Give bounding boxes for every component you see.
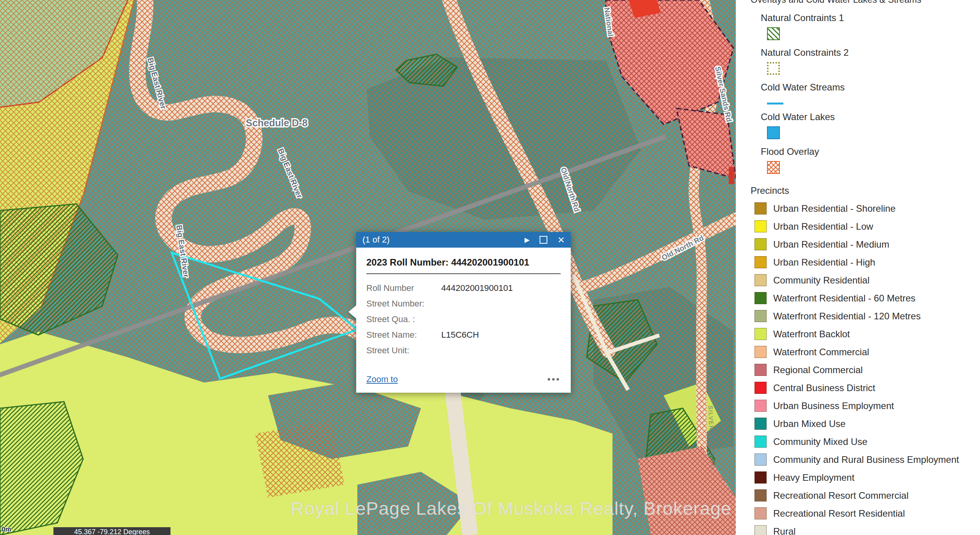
dotted-outline-swatch-icon: [767, 62, 780, 75]
color-swatch-icon: [755, 489, 767, 501]
coordinate-display: 45.367 -79.212 Degrees: [53, 527, 170, 535]
legend-label: Urban Business Employment: [773, 400, 894, 412]
legend-label: Community and Rural Business Employment: [773, 454, 959, 466]
color-swatch-icon: [755, 418, 767, 430]
legend-label: Heavy Employment: [773, 472, 854, 484]
legend-label: Waterfront Residential - 60 Metres: [773, 292, 916, 304]
legend-precinct-item: Waterfront Residential - 120 Metres: [751, 310, 980, 322]
color-swatch-icon: [755, 328, 767, 340]
legend-label: Community Mixed Use: [773, 436, 867, 448]
legend-precinct-item: Urban Residential - Medium: [751, 238, 980, 250]
legend-content: Overlays and Cold Water Lakes & Streams …: [736, 0, 980, 535]
legend-precinct-item: Urban Residential - Shoreline: [751, 202, 980, 214]
color-swatch-icon: [755, 346, 767, 358]
maximize-button[interactable]: [540, 236, 547, 244]
legend-label: Natural Constraints 2: [761, 47, 980, 58]
maximize-icon: [540, 236, 547, 244]
zoom-to-link[interactable]: Zoom to: [366, 374, 398, 384]
color-swatch-icon: [755, 471, 767, 484]
legend-label: Urban Mixed Use: [773, 418, 845, 430]
popup-fields: Roll Number 444202001900101 Street Numbe…: [366, 280, 561, 358]
legend-label: Natural Contraints 1: [761, 12, 980, 24]
more-options-button[interactable]: •••: [547, 374, 561, 385]
field-label: Street Name:: [366, 330, 441, 340]
field-row: Street Name: L15C6CH: [366, 327, 561, 343]
popup-body: 2023 Roll Number: 444202001900101 Roll N…: [356, 248, 571, 358]
app-window: Schedule D-8 Big East River Big East Riv…: [0, 0, 980, 535]
popup-title: 2023 Roll Number: 444202001900101: [366, 254, 561, 274]
field-row: Street Unit:: [366, 343, 561, 358]
green-hatch-swatch-icon: [767, 27, 780, 40]
legend-label: Waterfront Backlot: [773, 328, 850, 340]
legend-overlay-item: Cold Water Streams: [751, 81, 980, 105]
field-label: Roll Number: [366, 283, 441, 293]
next-feature-button[interactable]: ▶: [524, 236, 529, 244]
legend-overlay-item: Cold Water Lakes: [751, 111, 980, 139]
popup-footer: Zoom to •••: [356, 374, 571, 393]
legend-label: Cold Water Streams: [761, 81, 980, 93]
color-swatch-icon: [755, 454, 767, 466]
field-label: Street Number:: [366, 299, 441, 309]
legend-label: Rural: [773, 526, 795, 535]
legend-label: Urban Residential - Shoreline: [773, 203, 896, 214]
legend-precinct-item: Central Business District: [751, 382, 980, 394]
legend-label: Flood Overlay: [761, 146, 980, 158]
legend-precinct-item: Waterfront Backlot: [751, 328, 980, 340]
legend-label: Regional Commercial: [773, 364, 863, 376]
color-swatch-icon: [755, 292, 767, 304]
color-swatch-icon: [755, 382, 767, 394]
legend-label: Waterfront Commercial: [773, 346, 869, 358]
legend-precinct-item: Urban Mixed Use: [751, 418, 980, 430]
legend-label: Waterfront Residential - 120 Metres: [773, 310, 921, 322]
legend-section-header: Overlays and Cold Water Lakes & Streams: [751, 0, 980, 5]
legend-precinct-item: Heavy Employment: [751, 471, 980, 484]
color-swatch-icon: [755, 525, 767, 535]
close-button[interactable]: ×: [557, 236, 565, 244]
color-swatch-icon: [755, 202, 767, 214]
legend-panel[interactable]: Overlays and Cold Water Lakes & Streams …: [736, 0, 980, 535]
color-swatch-icon: [755, 274, 767, 286]
legend-overlay-item: Natural Constraints 2: [751, 47, 980, 75]
legend-precinct-item: Waterfront Residential - 60 Metres: [751, 292, 980, 304]
scalebar-label: 0m: [2, 526, 11, 533]
field-value: 444202001900101: [441, 283, 513, 293]
legend-label: Urban Residential - Medium: [773, 239, 889, 250]
color-swatch-icon: [755, 400, 767, 412]
legend-precinct-item: Urban Residential - High: [751, 256, 980, 268]
field-label: Street Qua. :: [366, 314, 441, 324]
legend-precinct-item: Recreational Resort Residential: [751, 507, 980, 519]
popup-pagination: (1 of 2): [362, 235, 390, 245]
legend-label: Recreational Resort Commercial: [773, 490, 909, 501]
field-row: Roll Number 444202001900101: [366, 280, 561, 296]
orange-crosshatch-swatch-icon: [767, 161, 780, 174]
blue-square-swatch-icon: [767, 126, 780, 139]
legend-precinct-item: Community and Rural Business Employment: [751, 454, 980, 466]
field-row: Street Number:: [366, 296, 561, 312]
flood-hatch-over-yellow: [255, 421, 344, 498]
feature-popup: (1 of 2) ▶ × 2023 Roll Number: 444202001…: [356, 232, 571, 393]
color-swatch-icon: [755, 256, 767, 268]
color-swatch-icon: [755, 364, 767, 376]
region-red-sliver: [729, 167, 734, 184]
legend-precinct-item: Community Mixed Use: [751, 436, 980, 448]
legend-label: Recreational Resort Residential: [773, 508, 905, 519]
legend-precincts-header: Precincts: [751, 185, 980, 197]
legend-overlay-item: Flood Overlay: [751, 146, 980, 174]
map-label-schedule: Schedule D-8: [246, 117, 307, 128]
legend-label: Cold Water Lakes: [761, 111, 980, 123]
field-value: L15C6CH: [441, 330, 479, 340]
legend-precinct-item: Regional Commercial: [751, 364, 980, 376]
legend-precinct-item: Urban Residential - Low: [751, 220, 980, 232]
legend-label: Urban Residential - High: [773, 257, 875, 268]
legend-label: Central Business District: [773, 382, 875, 394]
popup-header[interactable]: (1 of 2) ▶ ×: [356, 232, 571, 248]
legend-precinct-item: Recreational Resort Commercial: [751, 489, 980, 501]
watermark-text: Royal LePage Lakes Of Muskoka Realty, Br…: [289, 498, 733, 519]
legend-precinct-item: Community Residential: [751, 274, 980, 286]
legend-overlay-item: Natural Contraints 1: [751, 12, 980, 40]
field-label: Street Unit:: [366, 345, 441, 356]
popup-callout-arrow: [348, 305, 356, 319]
legend-precinct-item: Waterfront Commercial: [751, 346, 980, 358]
color-swatch-icon: [755, 436, 767, 448]
color-swatch-icon: [755, 238, 767, 250]
